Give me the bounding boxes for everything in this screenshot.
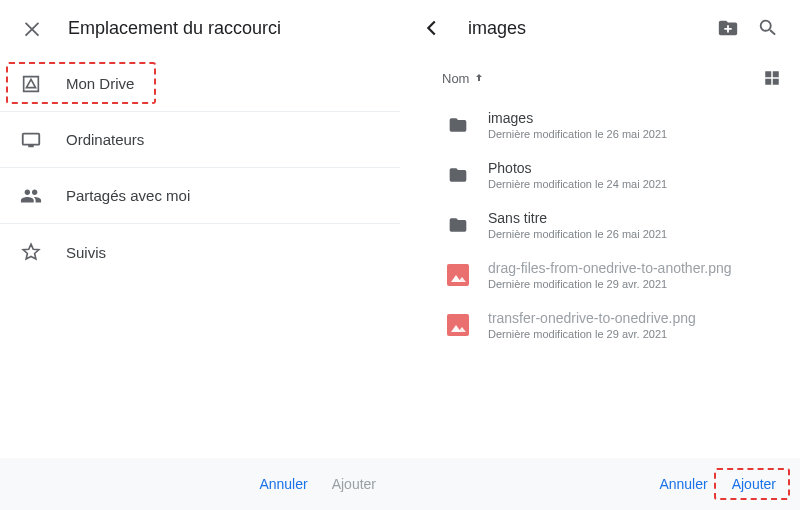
computer-icon — [20, 129, 42, 151]
folder-icon — [444, 111, 472, 139]
folder-icon — [444, 211, 472, 239]
sort-toggle[interactable]: Nom — [442, 71, 485, 86]
view-grid-icon[interactable] — [756, 62, 788, 94]
sidebar-item-my-drive[interactable]: Mon Drive — [0, 56, 400, 112]
sidebar-item-label: Suivis — [66, 244, 106, 261]
cancel-button[interactable]: Annuler — [259, 476, 307, 492]
shared-icon — [20, 185, 42, 207]
sidebar-item-starred[interactable]: Suivis — [0, 224, 400, 280]
file-name: drag-files-from-onedrive-to-another.png — [488, 260, 732, 276]
file-mod: Dernière modification le 26 mai 2021 — [488, 228, 667, 240]
back-icon[interactable] — [412, 8, 452, 48]
star-icon — [20, 241, 42, 263]
folder-icon — [444, 161, 472, 189]
list-item[interactable]: drag-files-from-onedrive-to-another.pngD… — [400, 250, 800, 300]
file-name: images — [488, 110, 667, 126]
list-item[interactable]: imagesDernière modification le 26 mai 20… — [400, 100, 800, 150]
file-name: transfer-onedrive-to-onedrive.png — [488, 310, 696, 326]
list-item[interactable]: transfer-onedrive-to-onedrive.pngDernièr… — [400, 300, 800, 350]
file-mod: Dernière modification le 29 avr. 2021 — [488, 278, 732, 290]
image-icon — [444, 261, 472, 289]
sidebar-item-label: Ordinateurs — [66, 131, 144, 148]
list-item[interactable]: PhotosDernière modification le 24 mai 20… — [400, 150, 800, 200]
drive-icon — [20, 73, 42, 95]
file-mod: Dernière modification le 29 avr. 2021 — [488, 328, 696, 340]
sort-label: Nom — [442, 71, 469, 86]
new-folder-icon[interactable] — [708, 8, 748, 48]
file-name: Sans titre — [488, 210, 667, 226]
add-button: Ajouter — [332, 476, 376, 492]
list-item[interactable]: Sans titreDernière modification le 26 ma… — [400, 200, 800, 250]
folder-title: images — [468, 18, 526, 39]
sidebar-item-shared[interactable]: Partagés avec moi — [0, 168, 400, 224]
file-mod: Dernière modification le 26 mai 2021 — [488, 128, 667, 140]
image-icon — [444, 311, 472, 339]
close-icon[interactable] — [12, 8, 52, 48]
add-button[interactable]: Ajouter — [732, 476, 776, 492]
sidebar-item-label: Partagés avec moi — [66, 187, 190, 204]
search-icon[interactable] — [748, 8, 788, 48]
cancel-button[interactable]: Annuler — [659, 476, 707, 492]
file-name: Photos — [488, 160, 667, 176]
page-title: Emplacement du raccourci — [68, 18, 281, 39]
sidebar-item-computers[interactable]: Ordinateurs — [0, 112, 400, 168]
sidebar-item-label: Mon Drive — [66, 75, 134, 92]
file-mod: Dernière modification le 24 mai 2021 — [488, 178, 667, 190]
arrow-up-icon — [473, 72, 485, 84]
